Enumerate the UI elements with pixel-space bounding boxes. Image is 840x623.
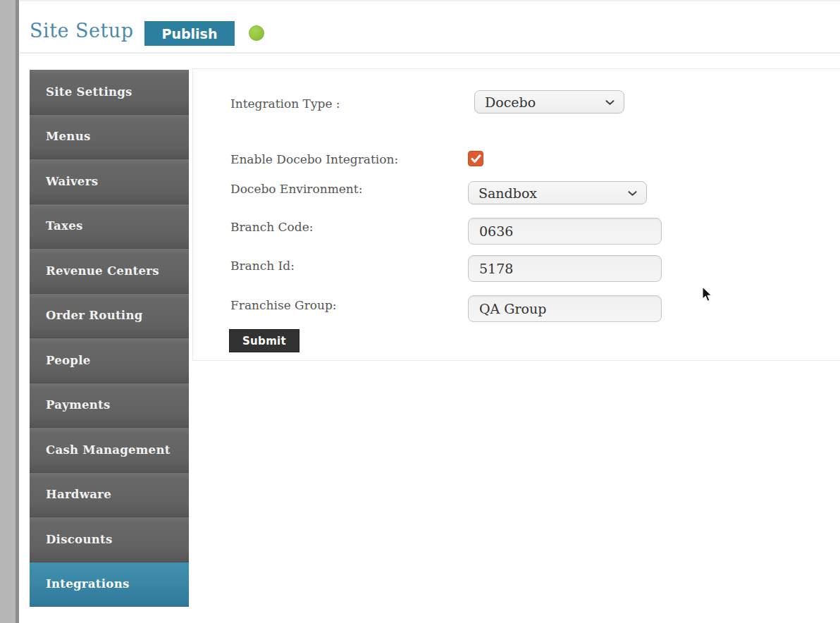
branch-code-input[interactable]	[468, 218, 662, 245]
sidebar-item-label: Order Routing	[46, 309, 143, 322]
sidebar-item-hardware[interactable]: Hardware	[30, 473, 189, 518]
sidebar-item-discounts[interactable]: Discounts	[30, 517, 189, 562]
integration-type-label: Integration Type :	[230, 97, 340, 111]
submit-button[interactable]: Submit	[229, 329, 299, 352]
sidebar-item-taxes[interactable]: Taxes	[30, 204, 189, 249]
environment-value: Sandbox	[478, 185, 537, 201]
sidebar-item-site-settings[interactable]: Site Settings	[30, 70, 189, 115]
sidebar-item-waivers[interactable]: Waivers	[30, 159, 189, 204]
sidebar-item-integrations[interactable]: Integrations	[30, 562, 189, 607]
enable-docebo-checkbox[interactable]	[468, 151, 483, 166]
sidebar-item-label: Revenue Centers	[46, 264, 159, 278]
sidebar-item-label: Integrations	[46, 577, 130, 591]
franchise-group-label: Franchise Group:	[230, 298, 337, 312]
sidebar-item-label: Taxes	[46, 219, 83, 233]
window-edge-line	[16, 0, 19, 623]
environment-label: Docebo Environment:	[230, 182, 362, 196]
sidebar-item-people[interactable]: People	[30, 338, 189, 383]
content-panel: Integration Type : Docebo Enable Docebo …	[192, 68, 840, 361]
page-title: Site Setup	[30, 20, 134, 42]
franchise-group-input[interactable]	[468, 295, 662, 322]
chevron-down-icon	[628, 190, 637, 196]
top-border-line	[20, 0, 840, 1]
integration-type-select[interactable]: Docebo	[474, 90, 624, 113]
branch-id-label: Branch Id:	[230, 259, 295, 273]
sidebar-item-label: Menus	[46, 130, 91, 143]
sidebar-item-label: Hardware	[46, 488, 111, 501]
sidebar-item-cash-management[interactable]: Cash Management	[30, 428, 189, 473]
sidebar-item-label: People	[46, 354, 91, 367]
environment-select[interactable]: Sandbox	[468, 181, 647, 204]
sidebar-item-label: Discounts	[46, 533, 113, 546]
integration-type-value: Docebo	[485, 94, 536, 110]
sidebar-item-label: Site Settings	[46, 85, 132, 99]
sidebar-item-label: Payments	[46, 398, 111, 412]
sidebar-item-order-routing[interactable]: Order Routing	[30, 294, 189, 339]
header-divider	[20, 52, 840, 54]
window-edge-strip	[0, 0, 16, 623]
status-dot-icon	[249, 25, 264, 41]
check-icon	[471, 154, 481, 164]
sidebar-item-menus[interactable]: Menus	[30, 115, 189, 160]
branch-id-input[interactable]	[468, 255, 662, 282]
sidebar-item-label: Cash Management	[46, 443, 171, 457]
sidebar-item-payments[interactable]: Payments	[30, 383, 189, 428]
branch-code-label: Branch Code:	[230, 220, 314, 234]
sidebar: Site Settings Menus Waivers Taxes Revenu…	[30, 70, 189, 607]
chevron-down-icon	[605, 99, 614, 105]
enable-docebo-label: Enable Docebo Integration:	[230, 152, 398, 166]
sidebar-item-revenue-centers[interactable]: Revenue Centers	[30, 249, 189, 294]
publish-button[interactable]: Publish	[144, 21, 235, 46]
sidebar-item-label: Waivers	[46, 175, 98, 188]
